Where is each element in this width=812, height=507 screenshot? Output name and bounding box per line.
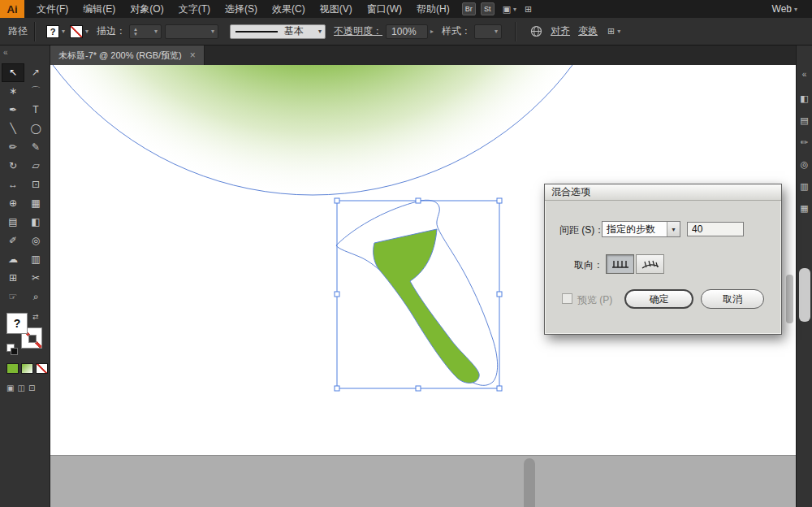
none-button[interactable]	[36, 363, 48, 374]
document-layout-icon[interactable]: ⊞	[525, 4, 532, 15]
chevron-down-icon[interactable]: ▾	[667, 222, 680, 236]
swap-fill-stroke-icon[interactable]: ⇄	[32, 313, 39, 321]
document-tab[interactable]: 未标题-7* @ 200% (RGB/预览) ×	[50, 46, 205, 65]
free-transform-tool[interactable]: ⊡	[24, 176, 47, 194]
color-button[interactable]	[6, 363, 19, 374]
menubar-item-effect[interactable]: 效果(C)	[265, 0, 313, 18]
chevron-down-icon: ▾	[318, 28, 322, 35]
selection-handle[interactable]	[497, 386, 502, 391]
layers-panel-icon[interactable]: ▦	[800, 203, 808, 214]
scale-tool[interactable]: ▱	[24, 157, 47, 176]
hand-tool[interactable]: ☞	[2, 288, 24, 306]
control-panel-menu-icon[interactable]: ⊞	[607, 26, 615, 37]
direct-selection-tool[interactable]: ↗	[24, 63, 47, 82]
zoom-tool[interactable]: ⌕	[24, 288, 47, 306]
draw-normal-icon[interactable]: ▣	[6, 384, 14, 392]
menubar-item-type[interactable]: 文字(T)	[171, 0, 218, 18]
dialog-titlebar[interactable]: 混合选项	[545, 184, 781, 201]
shape-builder-tool[interactable]: ⊕	[2, 194, 24, 213]
stroke-color-picker[interactable]: ▾	[70, 25, 89, 38]
align-to-page-button[interactable]	[606, 254, 634, 274]
selection-handle[interactable]	[416, 386, 421, 391]
brush-definition-combo[interactable]: ▾	[165, 24, 218, 39]
rotate-tool[interactable]: ↻	[2, 157, 24, 176]
fill-swatch[interactable]: ?	[46, 25, 59, 38]
draw-inside-icon[interactable]: ⊡	[28, 384, 35, 392]
pen-tool[interactable]: ✒	[2, 101, 24, 119]
pencil-tool[interactable]: ✎	[24, 138, 47, 157]
stroke-panel-icon[interactable]: ▥	[800, 181, 808, 192]
draw-behind-icon[interactable]: ◫	[17, 384, 24, 392]
align-link[interactable]: 对齐	[551, 24, 570, 38]
stock-button[interactable]: St	[481, 2, 495, 15]
swatches-panel-icon[interactable]: ▤	[800, 115, 808, 126]
stroke-preview-line	[235, 31, 278, 32]
slice-tool[interactable]: ✂	[24, 269, 47, 288]
brushes-panel-icon[interactable]: ✏	[801, 137, 808, 148]
symbol-sprayer-tool[interactable]: ☁	[2, 250, 24, 269]
selection-handle[interactable]	[416, 198, 421, 203]
close-icon[interactable]: ×	[190, 50, 196, 61]
menubar-item-help[interactable]: 帮助(H)	[409, 0, 457, 18]
gradient-circle-path[interactable]	[50, 65, 637, 195]
mesh-tool[interactable]: ▤	[2, 213, 24, 232]
chevron-down-icon[interactable]: ▾	[513, 6, 516, 13]
lasso-tool[interactable]: ⌒	[24, 82, 47, 101]
selection-tool[interactable]: ↖	[2, 63, 24, 82]
selection-handle[interactable]	[335, 292, 339, 297]
perspective-grid-tool[interactable]: ▦	[24, 194, 47, 213]
vertical-scrollbar-thumb[interactable]	[786, 275, 793, 323]
stroke-weight-combo[interactable]: ▲▼ ▾	[129, 24, 162, 39]
illustrator-logo[interactable]: Ai	[0, 0, 24, 18]
width-tool[interactable]: ↔	[2, 176, 24, 194]
gradient-button[interactable]	[21, 363, 33, 374]
menubar-item-window[interactable]: 窗口(W)	[360, 0, 409, 18]
stroke-swatch-none[interactable]	[70, 25, 83, 38]
align-to-path-button[interactable]	[636, 254, 664, 274]
stepper-arrows-icon[interactable]: ▲▼	[133, 27, 138, 37]
default-fill-stroke-icon[interactable]	[6, 344, 15, 352]
width-profile-combo[interactable]: 基本 ▾	[230, 24, 326, 39]
ok-button[interactable]: 确定	[624, 289, 693, 309]
cancel-button[interactable]: 取消	[701, 289, 764, 309]
chevron-down-icon[interactable]: ▾	[617, 28, 620, 35]
workspace-switcher[interactable]: Web ▾	[772, 3, 797, 15]
arrange-documents-icon[interactable]: ▣	[503, 4, 511, 15]
recolor-artwork-icon[interactable]	[530, 25, 542, 37]
magic-wand-tool[interactable]: ∗	[2, 82, 24, 101]
eyedropper-tool[interactable]: ✐	[2, 232, 24, 250]
menubar-item-edit[interactable]: 编辑(E)	[76, 0, 123, 18]
menubar-item-view[interactable]: 视图(V)	[313, 0, 360, 18]
blend-tool[interactable]: ◎	[24, 232, 47, 250]
paintbrush-tool[interactable]: ✏	[2, 138, 24, 157]
preview-checkbox[interactable]	[562, 293, 572, 304]
menubar-item-file[interactable]: 文件(F)	[29, 0, 76, 18]
fill-unknown-swatch[interactable]: ?	[6, 313, 28, 334]
opacity-combo[interactable]: 100%	[386, 24, 428, 39]
column-graph-tool[interactable]: ▥	[24, 250, 47, 269]
symbols-panel-icon[interactable]: ◎	[801, 159, 809, 170]
ellipse-tool[interactable]: ◯	[24, 119, 47, 138]
gradient-tool[interactable]: ◧	[24, 213, 47, 232]
style-combo[interactable]: ▾	[474, 24, 502, 39]
steps-input[interactable]	[687, 222, 744, 236]
opacity-link[interactable]: 不透明度：	[334, 24, 382, 38]
spacing-select[interactable]: 指定的步数 ▾	[602, 221, 680, 237]
selection-handle[interactable]	[497, 292, 502, 297]
menubar-item-object[interactable]: 对象(O)	[123, 0, 171, 18]
expand-panels-icon[interactable]: «	[797, 46, 812, 79]
menubar-item-select[interactable]: 选择(S)	[218, 0, 265, 18]
selection-handle[interactable]	[335, 198, 339, 203]
bridge-button[interactable]: Br	[462, 2, 476, 15]
chevron-right-icon[interactable]: ▸	[430, 28, 434, 35]
dock-scroll-indicator[interactable]	[799, 268, 810, 322]
fill-color-picker[interactable]: ? ▾	[46, 25, 65, 38]
selection-handle[interactable]	[335, 386, 339, 391]
collapse-panel-icon[interactable]: «	[0, 46, 50, 63]
selection-handle[interactable]	[497, 198, 502, 203]
transform-link[interactable]: 变换	[578, 24, 598, 38]
type-tool[interactable]: T	[24, 101, 47, 119]
color-panel-icon[interactable]: ◧	[800, 93, 808, 104]
line-segment-tool[interactable]: ╲	[2, 119, 24, 138]
artboard-tool[interactable]: ⊞	[2, 269, 24, 288]
